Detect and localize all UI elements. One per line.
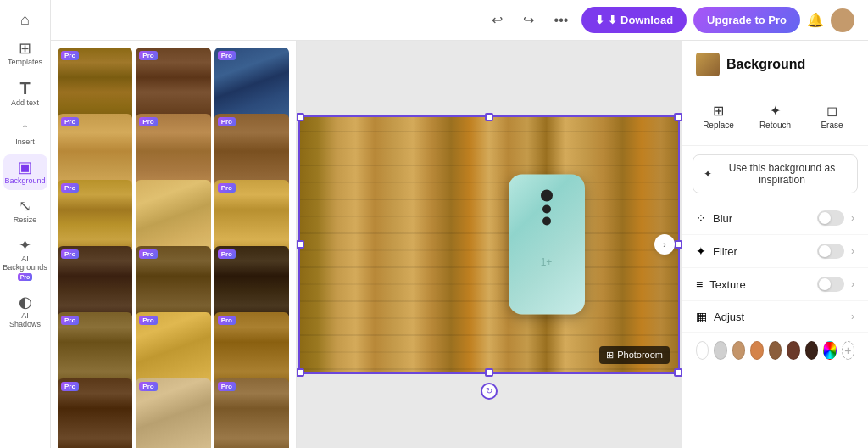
list-item[interactable]: Pro	[214, 246, 289, 321]
pro-badge: Pro	[139, 316, 157, 325]
avatar[interactable]	[831, 8, 854, 32]
texture-chevron: ›	[851, 278, 854, 290]
handle-top-left[interactable]	[297, 113, 304, 121]
canvas-area: ‹	[297, 41, 682, 448]
list-item[interactable]: Pro	[58, 180, 132, 255]
blur-option[interactable]: ⁘ Blur ›	[682, 202, 868, 235]
sidebar-item-label: Templates	[8, 58, 42, 66]
sidebar-item-insert[interactable]: ↑ Insert	[3, 115, 47, 151]
handle-top-right[interactable]	[674, 113, 682, 121]
sidebar-item-ai-shadows[interactable]: ◐ AI Shadows	[3, 289, 47, 333]
list-item[interactable]: Pro	[58, 48, 132, 122]
inspiration-button[interactable]: ✦ Use this background as inspiration	[693, 154, 858, 193]
swatch-orange[interactable]	[750, 341, 763, 360]
pro-badge: Pro	[218, 183, 236, 193]
text-icon: T	[19, 80, 30, 97]
pro-badge: Pro	[18, 273, 33, 281]
phone-brand: 1+	[541, 256, 553, 268]
header: ↩ ↪ ••• ⬇ ⬇ Download Upgrade to Pro 🔔	[51, 0, 868, 41]
panel-icon	[696, 53, 720, 76]
list-item[interactable]: Pro	[136, 378, 210, 448]
insert-icon: ↑	[21, 120, 29, 136]
pro-badge: Pro	[218, 249, 236, 259]
swatch-brown[interactable]	[769, 341, 782, 360]
rotate-handle[interactable]: ↻	[481, 383, 498, 400]
panel-title: Background	[726, 57, 805, 72]
list-item[interactable]: Pro	[136, 246, 210, 321]
canvas-background[interactable]: 1+ ⊞ Photoroom	[298, 115, 680, 374]
filter-label: Filter	[713, 245, 817, 258]
phone-mockup: 1+	[509, 175, 585, 315]
list-item[interactable]: Pro	[214, 114, 289, 188]
handle-bottom-mid[interactable]	[485, 368, 493, 377]
sidebar-item-label: Background	[4, 176, 45, 185]
pro-badge: Pro	[61, 117, 79, 126]
watermark-text: Photoroom	[617, 350, 663, 360]
header-actions: ↩ ↪ ••• ⬇ ⬇ Download Upgrade to Pro 🔔	[485, 7, 854, 33]
watermark: ⊞ Photoroom	[599, 346, 670, 364]
list-item[interactable]: Pro	[214, 48, 289, 122]
inspiration-icon: ✦	[704, 168, 712, 180]
pro-badge: Pro	[139, 382, 157, 391]
templates-grid: Pro Pro Pro Pro Pro Pro Pro	[51, 41, 296, 448]
sidebar-item-templates[interactable]: ⊞ Templates	[3, 36, 47, 71]
nav-arrow-right[interactable]: ›	[654, 234, 675, 255]
sidebar-item-add-text[interactable]: T Add text	[3, 75, 47, 112]
more-button[interactable]: •••	[548, 9, 576, 31]
adjust-icon: ▦	[696, 310, 707, 323]
sidebar-item-background[interactable]: ▣ Background	[3, 154, 47, 190]
texture-option[interactable]: ≡ Texture ›	[682, 268, 868, 301]
list-item[interactable]: Pro	[214, 378, 289, 448]
camera-secondary	[542, 205, 551, 214]
pro-badge: Pro	[61, 51, 79, 60]
list-item[interactable]: Pro	[58, 378, 132, 448]
sidebar-item-resize[interactable]: ⤡ Resize	[3, 193, 47, 229]
list-item[interactable]	[136, 180, 210, 255]
retouch-button[interactable]: ✦ Retouch	[749, 96, 801, 137]
swatch-darkest[interactable]	[805, 341, 818, 360]
swatch-lightgray[interactable]	[714, 341, 726, 360]
undo-button[interactable]: ↩	[485, 8, 509, 31]
blur-toggle[interactable]	[817, 210, 844, 226]
handle-bottom-right[interactable]	[674, 368, 682, 377]
watermark-icon: ⊞	[606, 350, 614, 361]
download-icon: ⬇	[595, 14, 604, 26]
sidebar: ⌂ ⊞ Templates T Add text ↑ Insert ▣ Back…	[0, 0, 51, 448]
handle-bottom-left[interactable]	[297, 368, 304, 377]
add-swatch-button[interactable]: +	[842, 341, 854, 360]
list-item[interactable]: Pro	[58, 312, 132, 387]
sidebar-item-ai-backgrounds[interactable]: ✦ AI Backgrounds Pro	[3, 232, 47, 286]
phone-camera	[541, 190, 553, 226]
filter-toggle[interactable]	[817, 244, 844, 259]
camera-main	[541, 190, 553, 202]
swatch-rainbow[interactable]	[823, 341, 836, 360]
canvas-container: 1+ ⊞ Photoroom ↻	[298, 115, 680, 374]
filter-option[interactable]: ✦ Filter ›	[682, 235, 868, 268]
list-item[interactable]: Pro	[136, 48, 210, 122]
redo-button[interactable]: ↪	[516, 8, 541, 31]
swatch-white[interactable]	[696, 341, 709, 360]
camera-tertiary	[542, 217, 551, 226]
download-button[interactable]: ⬇ ⬇ Download	[581, 7, 687, 33]
upgrade-button[interactable]: Upgrade to Pro	[693, 7, 800, 33]
list-item[interactable]: Pro	[58, 246, 132, 321]
list-item[interactable]: Pro	[214, 180, 289, 255]
swatch-darkbrown[interactable]	[787, 341, 799, 360]
erase-button[interactable]: ◻ Erase	[806, 96, 858, 137]
texture-toggle[interactable]	[817, 277, 844, 292]
replace-button[interactable]: ⊞ Replace	[693, 96, 744, 137]
sidebar-item-home[interactable]: ⌂	[3, 7, 47, 32]
list-item[interactable]: Pro	[136, 312, 210, 387]
blur-label: Blur	[713, 212, 817, 225]
handle-top-mid[interactable]	[485, 113, 493, 121]
list-item[interactable]: Pro	[214, 312, 289, 387]
swatch-tan[interactable]	[732, 341, 745, 360]
adjust-option[interactable]: ▦ Adjust ›	[682, 301, 868, 333]
handle-left-mid[interactable]	[297, 240, 304, 249]
notifications-icon[interactable]: 🔔	[807, 12, 824, 28]
handle-right-mid[interactable]	[674, 240, 682, 249]
adjust-chevron: ›	[851, 311, 854, 322]
pro-badge: Pro	[218, 51, 236, 60]
list-item[interactable]: Pro	[136, 114, 210, 188]
list-item[interactable]: Pro	[58, 114, 132, 188]
